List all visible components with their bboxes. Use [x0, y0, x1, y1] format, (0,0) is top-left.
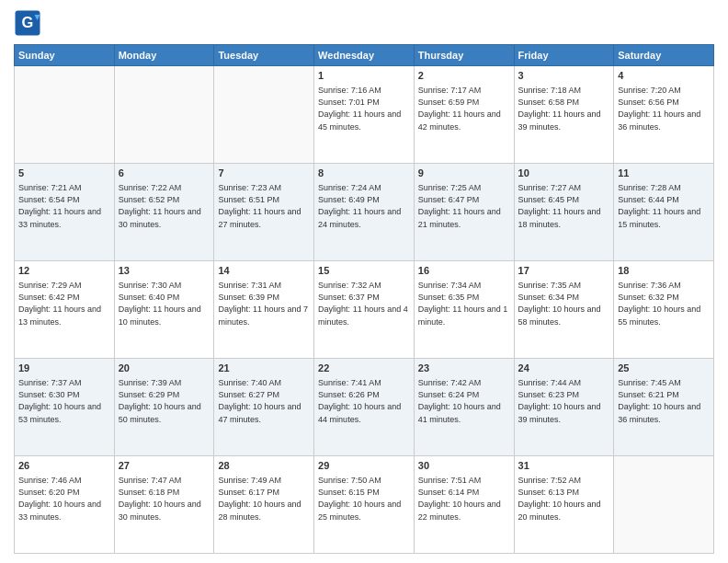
day-number: 4 — [618, 69, 710, 83]
day-number: 10 — [518, 167, 610, 180]
day-number: 22 — [318, 362, 410, 375]
calendar-cell — [614, 456, 714, 554]
calendar-cell: 10Sunrise: 7:27 AMSunset: 6:45 PMDayligh… — [514, 164, 614, 261]
day-number: 16 — [418, 264, 510, 278]
header: G — [14, 9, 714, 37]
day-number: 8 — [318, 167, 410, 180]
calendar-cell: 11Sunrise: 7:28 AMSunset: 6:44 PMDayligh… — [614, 164, 714, 261]
calendar-cell: 8Sunrise: 7:24 AMSunset: 6:49 PMDaylight… — [314, 164, 415, 261]
day-info: Sunrise: 7:40 AMSunset: 6:27 PMDaylight:… — [218, 377, 310, 425]
calendar-cell: 9Sunrise: 7:25 AMSunset: 6:47 PMDaylight… — [414, 164, 514, 261]
weekday-header: Thursday — [414, 45, 514, 66]
day-number: 19 — [18, 362, 110, 375]
calendar-cell: 22Sunrise: 7:41 AMSunset: 6:26 PMDayligh… — [314, 359, 415, 456]
day-number: 20 — [119, 362, 210, 375]
calendar-cell: 6Sunrise: 7:22 AMSunset: 6:52 PMDaylight… — [114, 164, 214, 261]
day-number: 5 — [18, 167, 110, 180]
calendar-cell: 2Sunrise: 7:17 AMSunset: 6:59 PMDaylight… — [414, 66, 514, 164]
day-info: Sunrise: 7:35 AMSunset: 6:34 PMDaylight:… — [518, 280, 610, 327]
day-number: 11 — [618, 167, 710, 180]
day-info: Sunrise: 7:50 AMSunset: 6:15 PMDaylight:… — [318, 475, 410, 523]
calendar-cell: 14Sunrise: 7:31 AMSunset: 6:39 PMDayligh… — [214, 261, 314, 359]
calendar-cell: 15Sunrise: 7:32 AMSunset: 6:37 PMDayligh… — [314, 261, 415, 359]
weekday-header: Monday — [114, 45, 214, 66]
calendar-cell: 29Sunrise: 7:50 AMSunset: 6:15 PMDayligh… — [314, 456, 415, 554]
calendar-cell: 16Sunrise: 7:34 AMSunset: 6:35 PMDayligh… — [414, 261, 514, 359]
day-info: Sunrise: 7:25 AMSunset: 6:47 PMDaylight:… — [418, 182, 510, 230]
day-info: Sunrise: 7:46 AMSunset: 6:20 PMDaylight:… — [18, 475, 110, 523]
weekday-header-row: SundayMondayTuesdayWednesdayThursdayFrid… — [15, 45, 714, 66]
day-info: Sunrise: 7:30 AMSunset: 6:40 PMDaylight:… — [119, 280, 210, 327]
day-number: 24 — [518, 362, 610, 375]
calendar-cell: 18Sunrise: 7:36 AMSunset: 6:32 PMDayligh… — [614, 261, 714, 359]
day-info: Sunrise: 7:22 AMSunset: 6:52 PMDaylight:… — [119, 182, 210, 230]
weekday-header: Friday — [514, 45, 614, 66]
logo: G — [14, 9, 45, 37]
calendar-week-row: 19Sunrise: 7:37 AMSunset: 6:30 PMDayligh… — [15, 359, 714, 456]
day-info: Sunrise: 7:52 AMSunset: 6:13 PMDaylight:… — [518, 475, 610, 523]
day-info: Sunrise: 7:49 AMSunset: 6:17 PMDaylight:… — [218, 475, 310, 523]
calendar-cell: 13Sunrise: 7:30 AMSunset: 6:40 PMDayligh… — [114, 261, 214, 359]
day-number: 7 — [218, 167, 310, 180]
calendar-cell: 1Sunrise: 7:16 AMSunset: 7:01 PMDaylight… — [314, 66, 415, 164]
calendar-week-row: 1Sunrise: 7:16 AMSunset: 7:01 PMDaylight… — [15, 66, 714, 164]
day-number: 2 — [418, 69, 510, 83]
day-number: 26 — [18, 459, 110, 473]
day-info: Sunrise: 7:39 AMSunset: 6:29 PMDaylight:… — [119, 377, 210, 425]
day-info: Sunrise: 7:31 AMSunset: 6:39 PMDaylight:… — [218, 280, 310, 327]
day-number: 15 — [318, 264, 410, 278]
day-info: Sunrise: 7:37 AMSunset: 6:30 PMDaylight:… — [18, 377, 110, 425]
calendar-cell: 25Sunrise: 7:45 AMSunset: 6:21 PMDayligh… — [614, 359, 714, 456]
day-number: 25 — [618, 362, 710, 375]
day-info: Sunrise: 7:41 AMSunset: 6:26 PMDaylight:… — [318, 377, 410, 425]
day-info: Sunrise: 7:23 AMSunset: 6:51 PMDaylight:… — [218, 182, 310, 230]
calendar-cell: 3Sunrise: 7:18 AMSunset: 6:58 PMDaylight… — [514, 66, 614, 164]
calendar-cell: 31Sunrise: 7:52 AMSunset: 6:13 PMDayligh… — [514, 456, 614, 554]
calendar-cell — [114, 66, 214, 164]
day-info: Sunrise: 7:36 AMSunset: 6:32 PMDaylight:… — [618, 280, 710, 327]
day-number: 6 — [119, 167, 210, 180]
day-number: 27 — [119, 459, 210, 473]
day-info: Sunrise: 7:32 AMSunset: 6:37 PMDaylight:… — [318, 280, 410, 327]
day-info: Sunrise: 7:20 AMSunset: 6:56 PMDaylight:… — [618, 85, 710, 132]
day-info: Sunrise: 7:28 AMSunset: 6:44 PMDaylight:… — [618, 182, 710, 230]
day-info: Sunrise: 7:21 AMSunset: 6:54 PMDaylight:… — [18, 182, 110, 230]
calendar-cell: 5Sunrise: 7:21 AMSunset: 6:54 PMDaylight… — [15, 164, 115, 261]
day-number: 28 — [218, 459, 310, 473]
day-number: 14 — [218, 264, 310, 278]
day-info: Sunrise: 7:27 AMSunset: 6:45 PMDaylight:… — [518, 182, 610, 230]
day-info: Sunrise: 7:29 AMSunset: 6:42 PMDaylight:… — [18, 280, 110, 327]
calendar-cell: 19Sunrise: 7:37 AMSunset: 6:30 PMDayligh… — [15, 359, 115, 456]
calendar-cell: 27Sunrise: 7:47 AMSunset: 6:18 PMDayligh… — [114, 456, 214, 554]
day-number: 1 — [318, 69, 410, 83]
calendar-cell: 4Sunrise: 7:20 AMSunset: 6:56 PMDaylight… — [614, 66, 714, 164]
weekday-header: Saturday — [614, 45, 714, 66]
day-info: Sunrise: 7:17 AMSunset: 6:59 PMDaylight:… — [418, 85, 510, 132]
day-info: Sunrise: 7:47 AMSunset: 6:18 PMDaylight:… — [119, 475, 210, 523]
calendar-week-row: 26Sunrise: 7:46 AMSunset: 6:20 PMDayligh… — [15, 456, 714, 554]
calendar-cell: 17Sunrise: 7:35 AMSunset: 6:34 PMDayligh… — [514, 261, 614, 359]
calendar: SundayMondayTuesdayWednesdayThursdayFrid… — [14, 44, 714, 554]
day-info: Sunrise: 7:42 AMSunset: 6:24 PMDaylight:… — [418, 377, 510, 425]
calendar-cell: 24Sunrise: 7:44 AMSunset: 6:23 PMDayligh… — [514, 359, 614, 456]
calendar-cell: 26Sunrise: 7:46 AMSunset: 6:20 PMDayligh… — [15, 456, 115, 554]
day-info: Sunrise: 7:51 AMSunset: 6:14 PMDaylight:… — [418, 475, 510, 523]
calendar-cell: 23Sunrise: 7:42 AMSunset: 6:24 PMDayligh… — [414, 359, 514, 456]
day-number: 12 — [18, 264, 110, 278]
day-info: Sunrise: 7:45 AMSunset: 6:21 PMDaylight:… — [618, 377, 710, 425]
day-number: 17 — [518, 264, 610, 278]
calendar-cell: 30Sunrise: 7:51 AMSunset: 6:14 PMDayligh… — [414, 456, 514, 554]
logo-icon: G — [14, 9, 41, 37]
svg-text:G: G — [22, 14, 34, 30]
page: G SundayMondayTuesdayWednesdayThursdayFr… — [0, 0, 728, 563]
calendar-cell — [15, 66, 115, 164]
day-number: 9 — [418, 167, 510, 180]
day-number: 31 — [518, 459, 610, 473]
day-info: Sunrise: 7:24 AMSunset: 6:49 PMDaylight:… — [318, 182, 410, 230]
weekday-header: Sunday — [15, 45, 115, 66]
calendar-week-row: 12Sunrise: 7:29 AMSunset: 6:42 PMDayligh… — [15, 261, 714, 359]
calendar-cell: 7Sunrise: 7:23 AMSunset: 6:51 PMDaylight… — [214, 164, 314, 261]
day-number: 3 — [518, 69, 610, 83]
day-info: Sunrise: 7:18 AMSunset: 6:58 PMDaylight:… — [518, 85, 610, 132]
day-number: 21 — [218, 362, 310, 375]
